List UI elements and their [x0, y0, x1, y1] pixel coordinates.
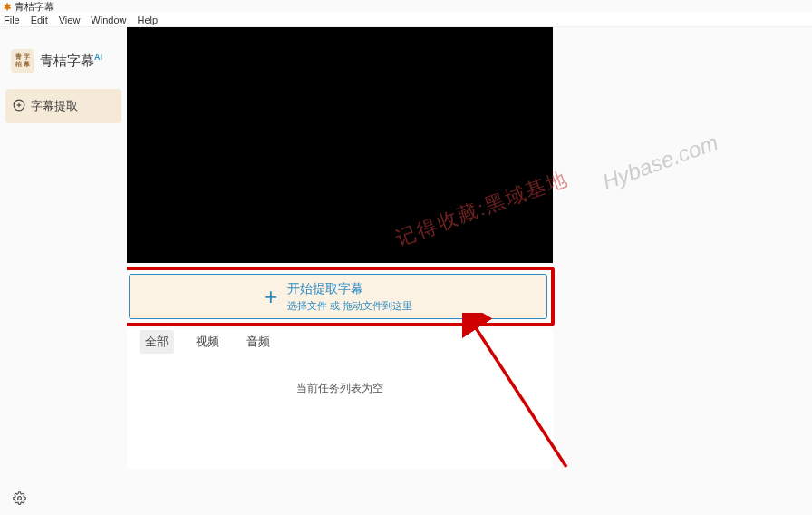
app-title: 青桔字幕: [14, 0, 54, 14]
brand: 青 字 桔 幕 青桔字幕AI: [0, 49, 127, 89]
sidebar: 青 字 桔 幕 青桔字幕AI 字幕提取: [0, 27, 127, 515]
content: 青 字 桔 幕 青桔字幕AI 字幕提取 + 开始提取字幕 选择文件 或 拖动文件: [0, 27, 812, 515]
tab-all[interactable]: 全部: [140, 330, 174, 354]
empty-state-text: 当前任务列表为空: [296, 381, 383, 396]
task-list-panel: 当前任务列表为空: [127, 355, 553, 469]
svg-point-3: [18, 497, 22, 500]
extract-subtitle: 选择文件 或 拖动文件到这里: [287, 299, 412, 313]
start-extract-button[interactable]: + 开始提取字幕 选择文件 或 拖动文件到这里: [129, 274, 547, 319]
menu-edit[interactable]: Edit: [31, 15, 48, 25]
brand-ai-badge: AI: [94, 53, 102, 62]
tab-video[interactable]: 视频: [190, 330, 225, 354]
video-preview: [127, 27, 553, 263]
plus-circle-icon: [13, 99, 25, 114]
task-tabs: 全部 视频 音频: [127, 328, 553, 355]
menu-help[interactable]: Help: [137, 15, 158, 25]
plus-icon: +: [264, 285, 277, 308]
gear-icon: [13, 491, 26, 505]
brand-name-wrap: 青桔字幕AI: [40, 53, 102, 70]
app-icon: ✱: [4, 2, 11, 12]
annotation-highlight: + 开始提取字幕 选择文件 或 拖动文件到这里: [121, 267, 555, 326]
sidebar-item-extract[interactable]: 字幕提取: [5, 89, 121, 123]
menu-window[interactable]: Window: [91, 15, 126, 25]
extract-title: 开始提取字幕: [287, 281, 412, 297]
brand-name: 青桔字幕: [40, 53, 94, 68]
settings-button[interactable]: [13, 491, 26, 508]
menubar: File Edit View Window Help: [0, 13, 812, 27]
menu-view[interactable]: View: [59, 15, 81, 25]
main-panel: + 开始提取字幕 选择文件 或 拖动文件到这里 全部 视频 音频 当前任务列表为…: [127, 27, 812, 515]
titlebar: ✱ 青桔字幕: [0, 0, 812, 13]
tab-audio[interactable]: 音频: [241, 330, 276, 354]
menu-file[interactable]: File: [4, 15, 20, 25]
extract-text-group: 开始提取字幕 选择文件 或 拖动文件到这里: [287, 281, 412, 313]
brand-logo: 青 字 桔 幕: [11, 49, 34, 73]
sidebar-item-label: 字幕提取: [31, 98, 78, 114]
